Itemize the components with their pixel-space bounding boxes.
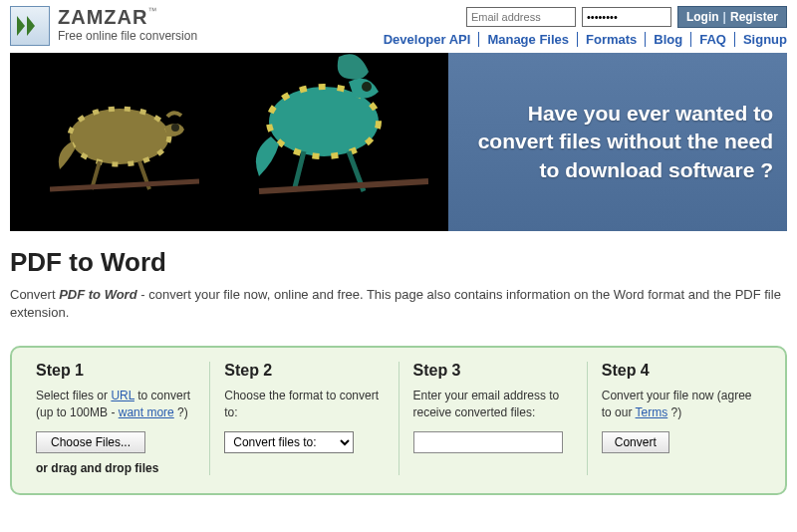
nav-signup[interactable]: Signup [735,32,787,47]
hero-line2: convert files without the need [478,128,773,155]
register-label: Register [730,10,778,24]
recipient-email-input[interactable] [413,431,563,453]
step-3: Step 3 Enter your email address to recei… [399,362,588,475]
svg-line-13 [259,181,428,191]
nav-blog[interactable]: Blog [646,32,691,47]
svg-point-10 [362,82,372,92]
format-select[interactable]: Convert files to: [224,431,354,453]
hero-line3: to download software ? [478,156,773,184]
choose-files-button[interactable]: Choose Files... [36,431,145,453]
svg-marker-0 [17,16,25,36]
login-row: Login | Register [466,6,787,28]
svg-marker-1 [27,16,35,36]
hero-text-panel: Have you ever wanted to convert files wi… [448,53,787,231]
hero-line1: Have you ever wanted to [478,100,773,128]
nav-formats[interactable]: Formats [578,32,646,47]
hero-image [10,53,448,231]
nav-manage-files[interactable]: Manage Files [479,32,578,47]
step-4-title: Step 4 [602,362,761,380]
chameleon-right-icon [249,53,428,206]
trademark: ™ [147,6,156,16]
step-2: Step 2 Choose the format to convert to: … [210,362,398,475]
separator: | [723,10,726,24]
steps-panel: Step 1 Select files or URL to convert (u… [10,346,787,495]
step-1-desc: Select files or URL to convert (up to 10… [36,388,195,421]
nav-faq[interactable]: FAQ [691,32,735,47]
top-right: Login | Register Developer API Manage Fi… [376,6,787,47]
brand-name: ZAMZAR [58,6,147,28]
login-label: Login [686,10,719,24]
step-2-title: Step 2 [224,362,384,380]
hero-text: Have you ever wanted to convert files wi… [478,100,773,184]
terms-link[interactable]: Terms [636,405,668,419]
svg-line-11 [294,151,304,191]
step-1: Step 1 Select files or URL to convert (u… [22,362,210,475]
step-3-desc: Enter your email address to receive conv… [413,388,573,421]
password-input[interactable] [582,7,671,27]
convert-button[interactable]: Convert [602,431,669,453]
page-description: Convert PDF to Word - convert your file … [10,286,787,322]
step-2-desc: Choose the format to convert to: [224,388,384,421]
email-input[interactable] [466,7,576,27]
topbar: ZAMZAR™ Free online file conversion Logi… [10,0,787,47]
logo-icon [10,6,50,46]
hero-banner: Have you ever wanted to convert files wi… [10,53,787,231]
step-4: Step 4 Convert your file now (agree to o… [588,362,775,475]
drag-drop-text: or drag and drop files [36,461,195,475]
url-link[interactable]: URL [111,389,134,402]
chameleon-left-icon [50,82,199,201]
logo-area: ZAMZAR™ Free online file conversion [10,6,197,46]
want-more-link[interactable]: want more [119,405,174,419]
step-4-desc: Convert your file now (agree to our Term… [602,388,761,421]
page-title: PDF to Word [10,247,787,278]
svg-line-7 [50,181,199,189]
nav-developer-api[interactable]: Developer API [376,32,480,47]
tagline: Free online file conversion [58,29,197,43]
login-register-button[interactable]: Login | Register [677,6,787,28]
svg-point-4 [171,124,179,132]
step-3-title: Step 3 [413,362,573,380]
logo-text: ZAMZAR™ Free online file conversion [58,6,197,43]
nav-row: Developer API Manage Files Formats Blog … [376,32,787,47]
step-1-title: Step 1 [36,362,195,380]
